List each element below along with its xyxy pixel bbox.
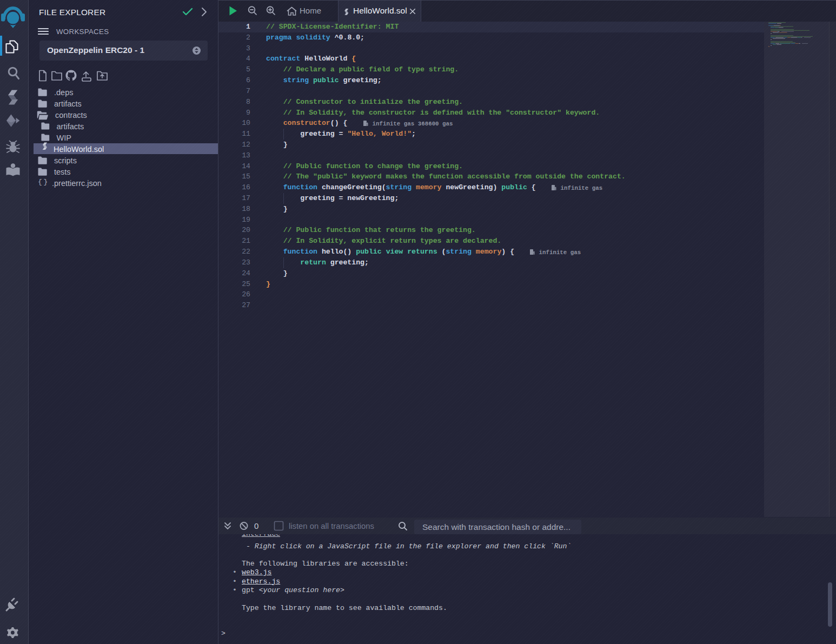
svg-text:{ }: { } (38, 178, 48, 186)
